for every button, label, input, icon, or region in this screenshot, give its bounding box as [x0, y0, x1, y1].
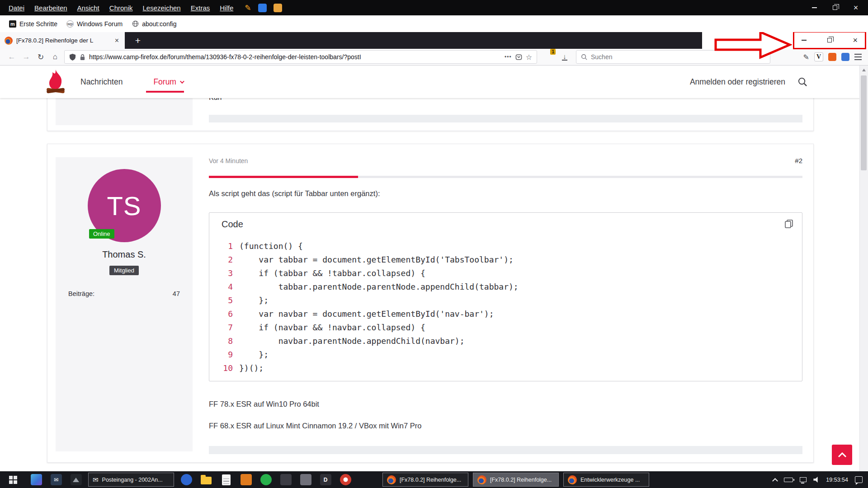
author-name[interactable]: Thomas S. — [56, 249, 193, 260]
nav-nachrichten[interactable]: Nachrichten — [80, 77, 123, 87]
close-icon[interactable]: × — [853, 36, 858, 44]
network-icon[interactable] — [800, 477, 807, 482]
wordpress-favicon: wp — [66, 20, 74, 28]
blue-extension-icon[interactable] — [841, 53, 849, 61]
pinned-app-icon[interactable] — [276, 471, 296, 488]
code-text: }; — [239, 296, 269, 305]
menu-item[interactable]: Ansicht — [72, 0, 104, 15]
search-icon — [581, 54, 587, 60]
back-button[interactable]: ← — [5, 50, 19, 64]
pinned-app-icon[interactable] — [26, 471, 46, 488]
system-tray: 19:53:54 — [773, 476, 868, 483]
post-timestamp[interactable]: Vor 4 Minuten — [209, 157, 248, 164]
minimize-button[interactable] — [804, 0, 825, 15]
taskbar-clock[interactable]: 19:53:54 — [826, 477, 848, 483]
line-number: 4 — [209, 282, 233, 291]
code-block-title: Code — [222, 219, 243, 230]
site-search-icon[interactable] — [798, 77, 807, 87]
tray-chevron-up-icon[interactable] — [772, 478, 778, 484]
tracking-protection-shield-icon[interactable] — [69, 53, 76, 61]
new-tab-button[interactable]: + — [130, 32, 146, 49]
taskbar-window-label: [Fx78.0.2] Reihenfolge... — [490, 477, 552, 483]
menu-items: DateiBearbeitenAnsichtChronikLesezeichen… — [0, 0, 238, 15]
browser-tab[interactable]: [Fx78.0.2] Reihenfolge der L × — [0, 32, 125, 49]
reload-button[interactable]: ↻ — [33, 50, 48, 64]
menu-item[interactable]: Datei — [4, 0, 29, 15]
app-icon — [260, 474, 272, 485]
menu-item[interactable]: Bearbeiten — [29, 0, 72, 15]
mail-icon: ✉ — [93, 476, 99, 484]
minimize-icon[interactable] — [802, 40, 807, 41]
menu-item[interactable]: Extras — [186, 0, 215, 15]
camp-firefox-logo[interactable] — [43, 69, 68, 97]
nav-forum[interactable]: Forum — [153, 77, 183, 87]
speaker-icon[interactable] — [813, 477, 819, 483]
ublock-origin-icon[interactable]: 1 — [542, 51, 553, 63]
url-input[interactable] — [89, 53, 501, 61]
code-text: navbar.parentNode.appendChild(navbar); — [239, 336, 465, 346]
pinned-app-icon[interactable] — [335, 471, 355, 488]
mail-app-icon[interactable]: ✉ — [46, 471, 66, 488]
pinned-app-icon[interactable] — [236, 471, 256, 488]
page-scrollbar[interactable] — [859, 66, 868, 471]
posts-label: Beiträge: — [68, 290, 94, 297]
pinned-app-icon[interactable] — [176, 471, 196, 488]
line-number: 3 — [209, 268, 233, 278]
hamburger-menu-icon[interactable] — [854, 54, 862, 60]
restore-button[interactable] — [825, 0, 845, 15]
bookmark-windows-forum[interactable]: wp Windows Forum — [62, 18, 127, 30]
orange-extension-icon[interactable] — [274, 4, 282, 12]
home-button[interactable]: ⌂ — [48, 50, 62, 64]
restore-icon[interactable] — [827, 38, 832, 42]
blue-extension-icon[interactable] — [258, 4, 267, 12]
scrollbar-thumb[interactable] — [861, 75, 867, 170]
pinned-app-icon[interactable]: D — [316, 471, 335, 488]
edit-extension-icon[interactable]: ✎ — [803, 53, 809, 61]
scroll-to-top-button[interactable] — [832, 445, 852, 465]
action-center-icon[interactable] — [855, 476, 863, 483]
start-button[interactable] — [0, 471, 26, 488]
posts-count[interactable]: 47 — [173, 290, 180, 297]
notepad-icon[interactable] — [216, 471, 236, 488]
taskbar-window-firefox-1[interactable]: [Fx78.0.2] Reihenfolge... — [382, 473, 468, 487]
menu-item[interactable]: Chronik — [104, 0, 138, 15]
url-bar[interactable]: ••• ☆ — [64, 50, 537, 64]
lock-icon[interactable] — [80, 54, 85, 61]
file-explorer-icon[interactable] — [196, 471, 216, 488]
pinned-app-icon[interactable] — [296, 471, 316, 488]
scrollbar-up-arrow[interactable] — [862, 69, 866, 71]
bookmark-erste-schritte[interactable]: m Erste Schritte — [5, 18, 62, 30]
pinned-app-icon[interactable] — [256, 471, 276, 488]
taskbar-window-label: [Fx78.0.2] Reihenfolge... — [400, 477, 461, 483]
nav-forum-label: Forum — [153, 77, 176, 87]
downloads-button[interactable]: ↓ — [559, 53, 571, 61]
minimize-icon — [812, 7, 817, 8]
taskbar-window-firefox-2-active[interactable]: [Fx78.0.2] Reihenfolge... — [473, 473, 559, 487]
taskbar-window-devtools[interactable]: Entwicklerwerkzeuge ... — [563, 473, 649, 487]
previous-post-footer-bar — [209, 115, 802, 122]
taskbar-window-mail[interactable]: ✉ Posteingang - 2002An... — [88, 473, 174, 487]
pocket-icon[interactable] — [515, 54, 522, 61]
violentmonkey-icon[interactable]: V — [814, 52, 823, 61]
app-icon — [181, 474, 192, 485]
orange-extension-icon[interactable] — [828, 53, 836, 61]
tab-close-icon[interactable]: × — [113, 37, 120, 45]
line-number: 5 — [209, 296, 233, 305]
post-number[interactable]: #2 — [795, 157, 802, 164]
bookmark-star-icon[interactable]: ☆ — [526, 53, 532, 61]
menu-item[interactable]: Lesezeichen — [137, 0, 185, 15]
pencil-extension-icon[interactable]: ✎ — [245, 3, 251, 13]
menu-item[interactable]: Hilfe — [215, 0, 238, 15]
pinned-app-icon[interactable] — [66, 471, 86, 488]
signature-line-1: FF 78.x ESR auf Win10 Pro 64bit — [209, 400, 319, 408]
app-icon — [241, 474, 252, 485]
firefox-icon — [568, 475, 577, 484]
page-actions-icon[interactable]: ••• — [505, 54, 512, 60]
copy-code-button[interactable] — [784, 219, 794, 230]
login-link[interactable]: Anmelden oder registrieren — [690, 77, 785, 87]
forward-button[interactable]: → — [19, 50, 33, 64]
close-button[interactable]: × — [845, 0, 866, 15]
battery-icon[interactable] — [784, 478, 793, 482]
bookmark-about-config[interactable]: about:config — [127, 18, 181, 30]
rank-badge: Mitglied — [109, 266, 139, 275]
